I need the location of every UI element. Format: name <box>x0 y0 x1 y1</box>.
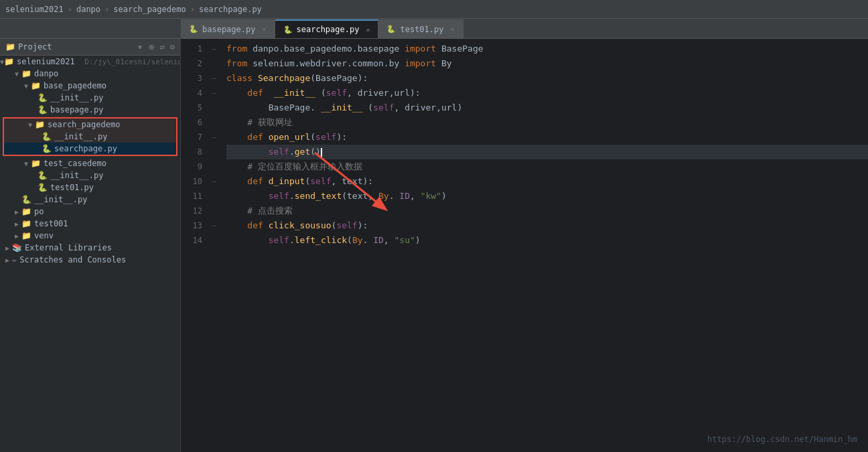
folder-icon: 📁 <box>21 219 31 228</box>
tree-item-test01[interactable]: 🐍 test01.py <box>0 181 180 194</box>
tree-item-test001[interactable]: ▶ 📁 test001 <box>0 218 180 230</box>
highlight-box-search-pagedemo: ▼ 📁 search_pagedemo 🐍 __init__.py 🐍 sear… <box>3 117 177 156</box>
sidebar-title: Project <box>18 42 52 52</box>
add-icon[interactable]: ⊕ <box>149 42 154 52</box>
tree-item-venv[interactable]: ▶ 📁 venv <box>0 230 180 242</box>
tree-item-init4[interactable]: 🐍 __init__.py <box>0 194 180 206</box>
tree-item-po[interactable]: ▶ 📁 po <box>0 206 180 218</box>
tree-item-basepage[interactable]: 🐍 basepage.py <box>0 104 180 116</box>
editor[interactable]: 1 2 3 4 5 6 7 8 9 10 11 12 13 14 — — — <box>181 39 868 452</box>
tree-item-root[interactable]: ▼ 📁 selenium2021 D:/jy\_01ceshi/seleniu <box>0 56 180 68</box>
tab-test01[interactable]: 🐍 test01.py ✕ <box>378 19 463 38</box>
folder-icon: 📁 <box>35 120 45 129</box>
sync-icon[interactable]: ⇄ <box>160 42 165 52</box>
tab-close-test01[interactable]: ✕ <box>451 25 455 33</box>
tree-label-searchpage: searchpage.py <box>54 144 117 153</box>
py-icon: 🐍 <box>21 195 31 204</box>
title-part-4: searchpage.py <box>199 5 262 14</box>
py-icon: 🐍 <box>38 105 48 115</box>
folder-icon: 📁 <box>4 57 14 66</box>
folder-icon: 📁 <box>21 231 31 240</box>
tree-item-searchpage[interactable]: 🐍 searchpage.py <box>4 143 176 155</box>
code-line-11: self.send_text(text, By. ID, "kw") <box>226 189 868 204</box>
code-line-8: self.get() <box>226 145 868 159</box>
fold-13[interactable]: — <box>208 218 221 233</box>
tree-arrow-external: ▶ <box>3 244 12 252</box>
tree-arrow-test001: ▶ <box>12 220 21 228</box>
code-line-12: # 点击搜索 <box>226 204 868 218</box>
line-num-3: 3 <box>186 71 202 86</box>
tab-searchpage[interactable]: 🐍 searchpage.py ✕ <box>275 19 379 38</box>
folder-icon: 📁 <box>21 207 31 216</box>
title-part-3: search_pagedemo <box>113 5 186 14</box>
code-line-6: # 获取网址 <box>226 115 868 130</box>
line-num-5: 5 <box>186 100 202 115</box>
project-icon: 📁 <box>5 42 15 52</box>
tree-item-search-pagedemo[interactable]: ▼ 📁 search_pagedemo <box>4 119 176 131</box>
main-area: 📁 Project ▼ ⊕ ⇄ ⚙ ▼ 📁 selenium2021 D:/jy… <box>0 39 868 452</box>
fold-3[interactable]: — <box>208 71 221 86</box>
tree-label-root: selenium2021 D:/jy\_01ceshi/seleniu <box>17 57 180 66</box>
code-line-3: class Searchpage(BasePage): <box>226 71 868 86</box>
fold-10[interactable]: — <box>208 174 221 189</box>
folder-icon: 📁 <box>21 69 31 78</box>
code-line-5: BasePage. __init__ (self, driver,url) <box>226 100 868 115</box>
tab-basepage[interactable]: 🐍 basepage.py ✕ <box>181 19 275 38</box>
line-numbers: 1 2 3 4 5 6 7 8 9 10 11 12 13 14 <box>181 39 208 452</box>
tree-item-danpo[interactable]: ▼ 📁 danpo <box>0 68 180 80</box>
code-area[interactable]: from danpo.base_pagedemo.basepage import… <box>221 39 868 452</box>
tree-label-base-pagedemo: base_pagedemo <box>44 81 106 90</box>
file-icon: 🐍 <box>189 25 198 33</box>
line-num-11: 11 <box>186 189 202 204</box>
tree-item-external[interactable]: ▶ 📚 External Libraries <box>0 242 180 254</box>
folder-icon: 📁 <box>31 159 41 168</box>
tree-label-danpo: danpo <box>34 69 58 78</box>
fold-9 <box>208 159 221 174</box>
line-num-12: 12 <box>186 204 202 218</box>
tree-item-base-pagedemo[interactable]: ▼ 📁 base_pagedemo <box>0 80 180 92</box>
tree-label-po: po <box>34 207 44 216</box>
tree-label-external: External Libraries <box>25 243 112 252</box>
py-icon: 🐍 <box>42 132 52 141</box>
tree-label-test001: test001 <box>34 219 68 228</box>
line-num-10: 10 <box>186 174 202 189</box>
tree-label-test-casedemo: test_casedemo <box>44 159 106 168</box>
fold-area: — — — — — — <box>208 39 221 452</box>
tree-container: ▼ 📁 selenium2021 D:/jy\_01ceshi/seleniu … <box>0 56 180 452</box>
tree-label-init1: __init__.py <box>50 93 103 102</box>
tab-label: basepage.py <box>202 25 255 34</box>
fold-5 <box>208 100 221 115</box>
fold-11 <box>208 189 221 204</box>
tree-item-test-casedemo[interactable]: ▼ 📁 test_casedemo <box>0 157 180 169</box>
fold-7[interactable]: — <box>208 130 221 145</box>
fold-4[interactable]: — <box>208 86 221 100</box>
tree-label-venv: venv <box>34 231 54 240</box>
tree-label-basepage: basepage.py <box>50 105 103 115</box>
tree-item-init3[interactable]: 🐍 __init__.py <box>0 169 180 181</box>
title-bar: selenium2021 › danpo › search_pagedemo ›… <box>0 0 868 19</box>
folder-icon: 📁 <box>31 81 41 90</box>
gear-icon[interactable]: ⚙ <box>170 42 175 52</box>
tree-label-init2: __init__.py <box>54 132 107 141</box>
tree-label-init3: __init__.py <box>50 171 103 180</box>
tree-item-init2[interactable]: 🐍 __init__.py <box>4 131 176 143</box>
tree-item-init1[interactable]: 🐍 __init__.py <box>0 92 180 104</box>
tree-arrow-danpo: ▼ <box>12 70 21 78</box>
tree-arrow-search-pagedemo: ▼ <box>25 121 35 129</box>
code-line-9: # 定位百度输入框并输入数据 <box>226 159 868 174</box>
code-line-10: def d_input(self, text): <box>226 174 868 189</box>
line-num-4: 4 <box>186 86 202 100</box>
fold-6 <box>208 115 221 130</box>
sidebar-header[interactable]: 📁 Project ▼ ⊕ ⇄ ⚙ <box>0 39 180 56</box>
tree-label-test01: test01.py <box>50 183 94 192</box>
editor-content: 1 2 3 4 5 6 7 8 9 10 11 12 13 14 — — — <box>181 39 868 452</box>
library-icon: 📚 <box>12 243 22 252</box>
tab-close-basepage[interactable]: ✕ <box>262 25 266 33</box>
fold-8 <box>208 145 221 159</box>
fold-1[interactable]: — <box>208 42 221 56</box>
tab-close-searchpage[interactable]: ✕ <box>366 26 370 33</box>
line-num-13: 13 <box>186 218 202 233</box>
tree-arrow-po: ▶ <box>12 208 21 216</box>
tree-item-scratches[interactable]: ▶ ✏️ Scratches and Consoles <box>0 254 180 266</box>
tree-arrow-test-casedemo: ▼ <box>21 160 31 167</box>
